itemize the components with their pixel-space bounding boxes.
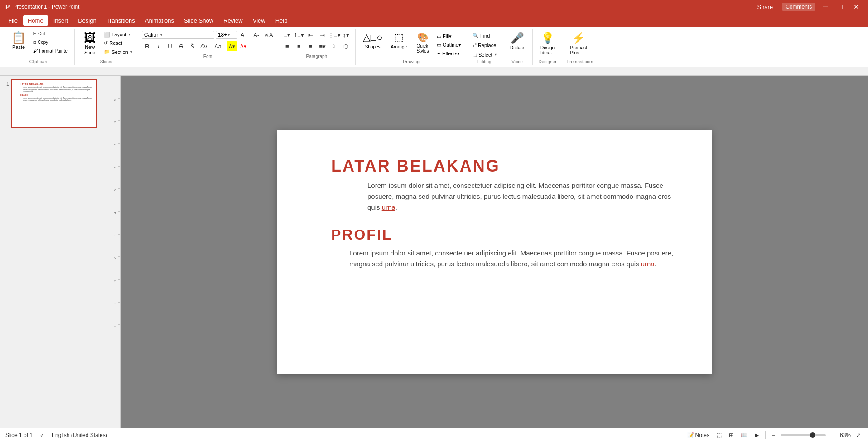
svg-text:1: 1 xyxy=(113,325,116,327)
slide-canvas[interactable]: LATAR BELAKANG Lorem ipsum dolor sit ame… xyxy=(277,130,712,374)
justify-button[interactable]: ≡▾ xyxy=(317,41,328,51)
increase-indent-button[interactable]: ⇥ xyxy=(317,30,328,40)
shapes-label: Shapes xyxy=(365,44,381,49)
text-case-button[interactable]: Aa xyxy=(212,41,223,51)
main-area: 1 LATAR BELAKANG Lorem ipsum dolor sit a… xyxy=(0,76,868,428)
align-center-button[interactable]: ≡ xyxy=(294,41,304,51)
slide-thumbnail-1[interactable]: 1 LATAR BELAKANG Lorem ipsum dolor sit a… xyxy=(2,79,110,128)
menu-bar: File Home Insert Design Transitions Anim… xyxy=(0,14,868,27)
slide-sorter-button[interactable]: ⊞ xyxy=(727,431,735,439)
quick-styles-button[interactable]: 🎨 QuickStyles xyxy=(411,30,434,55)
shape-fill-button[interactable]: ▭ Fill▾ xyxy=(435,33,463,40)
menu-transitions[interactable]: Transitions xyxy=(102,15,140,26)
minimize-button[interactable]: ─ xyxy=(819,2,831,12)
ribbon-group-slides: 🖼 NewSlide ⬜ Layout ▾ ↺ Reset 📁 Section … xyxy=(75,29,138,65)
zoom-slider[interactable] xyxy=(781,434,826,436)
fit-to-window-button[interactable]: ⤢ xyxy=(854,431,863,439)
dictate-button[interactable]: 🎤 Dictate xyxy=(506,30,529,52)
ribbon-group-premast: ⚡ PremastPlus Premast.com xyxy=(563,29,597,65)
font-size-selector[interactable]: 18+ ▾ xyxy=(216,31,237,39)
align-right-button[interactable]: ≡ xyxy=(305,41,316,51)
paste-button[interactable]: 📋 Paste xyxy=(7,30,30,52)
slide-canvas-area[interactable]: LATAR BELAKANG Lorem ipsum dolor sit ame… xyxy=(121,76,868,428)
zoom-out-button[interactable]: − xyxy=(770,431,777,439)
slide-info: Slide 1 of 1 xyxy=(5,432,33,438)
copy-button[interactable]: ⧉ Copy xyxy=(31,38,71,46)
svg-text:1: 1 xyxy=(113,280,116,282)
slide-thumb-1[interactable]: LATAR BELAKANG Lorem ipsum dolor sit ame… xyxy=(11,79,97,128)
design-ideas-button[interactable]: 💡 DesignIdeas xyxy=(536,30,559,57)
shape-outline-button[interactable]: ▭ Outline▾ xyxy=(435,41,463,49)
ribbon-group-editing: 🔍 Find ⇄ Replace ⬚ Select ▾ Editing xyxy=(467,29,502,65)
comments-button[interactable]: Comments xyxy=(782,3,815,11)
shadow-button[interactable]: S̈ xyxy=(187,41,198,51)
cut-button[interactable]: ✂ Cut xyxy=(31,30,71,38)
convert-to-smartart-button[interactable]: ⬡ xyxy=(341,41,352,51)
body2-link[interactable]: urna xyxy=(641,260,655,268)
spacing-button[interactable]: AV xyxy=(198,41,209,51)
bullet-list-button[interactable]: ≡▾ xyxy=(282,30,293,40)
select-button[interactable]: ⬚ Select ▾ xyxy=(471,51,498,58)
line-spacing-button[interactable]: ↕▾ xyxy=(341,30,352,40)
premast-icon: ⚡ xyxy=(572,32,585,44)
notes-button[interactable]: 📝 Notes xyxy=(685,431,711,439)
columns-button[interactable]: ⋮≡▾ xyxy=(329,30,340,40)
slide-body-2: Lorem ipsum dolor sit amet, consectetuer… xyxy=(349,248,675,269)
text-direction-button[interactable]: ⤵ xyxy=(329,41,340,51)
menu-review[interactable]: Review xyxy=(219,15,247,26)
menu-design[interactable]: Design xyxy=(73,15,101,26)
underline-button[interactable]: U xyxy=(164,41,175,51)
body1-link[interactable]: urna xyxy=(382,203,395,211)
premast-plus-button[interactable]: ⚡ PremastPlus xyxy=(567,30,591,57)
italic-button[interactable]: I xyxy=(153,41,164,51)
menu-insert[interactable]: Insert xyxy=(49,15,73,26)
menu-home[interactable]: Home xyxy=(23,15,48,26)
strikethrough-button[interactable]: S xyxy=(176,41,187,51)
new-slide-icon: 🖼 xyxy=(84,32,96,43)
section-button[interactable]: 📁 Section ▾ xyxy=(102,48,134,56)
zoom-in-button[interactable]: + xyxy=(829,431,836,439)
menu-view[interactable]: View xyxy=(248,15,270,26)
quick-styles-label: QuickStyles xyxy=(416,43,429,53)
title-bar: P Presentation1 - PowerPoint Share Comme… xyxy=(0,0,868,14)
svg-rect-0 xyxy=(112,67,868,76)
share-button[interactable]: Share xyxy=(752,2,778,12)
menu-animations[interactable]: Animations xyxy=(140,15,178,26)
reset-button[interactable]: ↺ Reset xyxy=(102,39,134,47)
voice-label: Voice xyxy=(506,58,529,64)
shape-effects-button[interactable]: ✦ Effects▾ xyxy=(435,50,463,58)
close-button[interactable]: ✕ xyxy=(850,2,863,11)
dictate-label: Dictate xyxy=(510,45,524,50)
thumb-body-2: Lorem ipsum dolor sit amet, consectetuer… xyxy=(23,97,93,101)
shapes-button[interactable]: △□○ Shapes xyxy=(359,30,386,51)
slide-heading-1: LATAR BELAKANG xyxy=(331,157,712,176)
format-painter-button[interactable]: 🖌 Format Painter xyxy=(31,47,71,54)
bold-button[interactable]: B xyxy=(142,41,153,51)
replace-button[interactable]: ⇄ Replace xyxy=(471,41,498,49)
menu-file[interactable]: File xyxy=(4,15,22,26)
highlight-color-button[interactable]: A▾ xyxy=(227,41,237,51)
slideshow-button[interactable]: ▶ xyxy=(753,431,761,439)
menu-slideshow[interactable]: Slide Show xyxy=(179,15,218,26)
editing-label: Editing xyxy=(471,58,498,64)
ribbon-group-designer: 💡 DesignIdeas Designer xyxy=(533,29,563,65)
normal-view-button[interactable]: ⬚ xyxy=(715,431,723,439)
increase-font-button[interactable]: A+ xyxy=(239,30,250,40)
align-left-button[interactable]: ≡ xyxy=(282,41,293,51)
decrease-indent-button[interactable]: ⇤ xyxy=(305,30,316,40)
clear-format-button[interactable]: ✕A xyxy=(263,30,274,40)
new-slide-label: NewSlide xyxy=(84,44,95,55)
arrange-button[interactable]: ⬚ Arrange xyxy=(387,30,410,51)
premast-label: Premast.com xyxy=(567,58,593,64)
reading-view-button[interactable]: 📖 xyxy=(739,431,749,439)
numbered-list-button[interactable]: 1≡▾ xyxy=(294,30,304,40)
menu-help[interactable]: Help xyxy=(271,15,292,26)
new-slide-button[interactable]: 🖼 NewSlide xyxy=(78,30,101,57)
font-name-selector[interactable]: Calibri ▾ xyxy=(142,31,214,39)
layout-button[interactable]: ⬜ Layout ▾ xyxy=(102,31,134,38)
find-button[interactable]: 🔍 Find xyxy=(471,32,498,39)
font-color-button[interactable]: A▾ xyxy=(238,41,249,51)
arrange-icon: ⬚ xyxy=(394,32,404,43)
maximize-button[interactable]: □ xyxy=(835,2,846,11)
decrease-font-button[interactable]: A- xyxy=(251,30,262,40)
